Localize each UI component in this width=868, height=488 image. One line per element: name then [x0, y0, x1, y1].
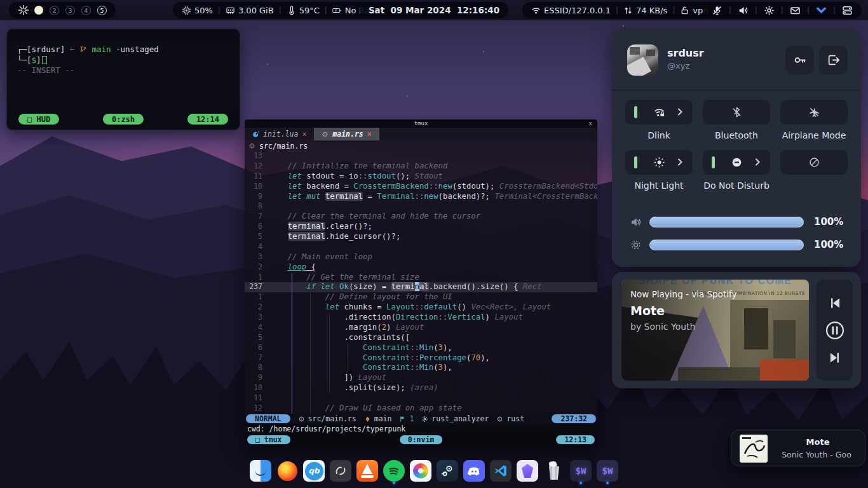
brightness-icon: [630, 239, 642, 251]
brightness-slider[interactable]: [649, 240, 804, 250]
code-line: 6 terminal.clear()?;: [245, 222, 597, 232]
bluetooth-off-icon: [731, 106, 743, 118]
terminal-line: -- INSERT --: [17, 65, 233, 76]
dock-icon-spotify[interactable]: [383, 460, 405, 482]
chevron-right-icon[interactable]: [675, 107, 685, 117]
dock-icon-discord[interactable]: [463, 460, 485, 482]
dock-icon-qbittorrent[interactable]: qb: [303, 460, 325, 482]
lua-icon: [252, 131, 259, 138]
dock-icon-file-manager[interactable]: [250, 460, 271, 482]
code-line: 237 if let Ok(size) = terminal.backend()…: [245, 282, 597, 292]
code-line: 10 .split(size); (area): [245, 383, 597, 393]
lock-keys-button[interactable]: [785, 46, 814, 74]
top-bar: 2345 50% | 3.00 GiB | 59°C | No Bat Sat …: [0, 0, 868, 20]
workspace-1[interactable]: [34, 6, 43, 15]
toggle-night-light[interactable]: [625, 150, 693, 175]
terminal-window[interactable]: ┌─[srdusr] ~ main -unstaged└─[$]-- INSER…: [6, 29, 240, 130]
indent-guide: [292, 273, 292, 414]
line-number: 6: [245, 222, 269, 232]
indent-guide: [310, 292, 311, 414]
cursor-position: 237:32: [552, 414, 596, 423]
control-center-icon[interactable]: [842, 5, 853, 16]
tab-close-icon[interactable]: ×: [367, 130, 372, 139]
rust-gear-icon: [322, 131, 329, 138]
dock-icon-vscode[interactable]: [490, 460, 512, 482]
album-art: SHAPE OF PUNK TO COME A CHIMERICAL BOMBI…: [621, 280, 809, 381]
dock-icon-wezterm[interactable]: $W: [570, 460, 592, 482]
editor-window[interactable]: tmux x init.lua×main.rs× src/main.rs 131…: [245, 119, 597, 445]
code-line: 9 let mut terminal = Terminal::new(backe…: [245, 192, 597, 202]
workspace-5[interactable]: 5: [97, 6, 107, 15]
dock-icon-vlc[interactable]: [356, 460, 378, 482]
chevron-down-icon[interactable]: [816, 5, 827, 16]
rust-file-icon: [248, 142, 255, 149]
notification-subtitle: Sonic Youth - Goo: [771, 450, 862, 459]
next-track-button[interactable]: [827, 349, 843, 366]
workspace-list: 2345: [34, 6, 107, 15]
line-number: 12: [245, 403, 269, 414]
toggle-blocked[interactable]: [780, 150, 848, 175]
toggle-dlink[interactable]: [625, 100, 693, 125]
active-indicator: [634, 106, 637, 118]
line-number: 10: [245, 182, 269, 192]
logout-button[interactable]: [819, 46, 848, 74]
winbar-path: src/main.rs: [259, 142, 308, 151]
user-name: srdusr: [667, 47, 704, 59]
terminal-cursor: [42, 56, 47, 64]
dock-icon-obs[interactable]: [330, 460, 351, 482]
mail-icon[interactable]: [790, 5, 801, 16]
code-area[interactable]: 1312 // Initialize the terminal backend1…: [245, 151, 597, 414]
code-line: 7 Constraint::Percentage(70),: [245, 353, 597, 363]
toggle-label: Night Light: [635, 180, 684, 191]
user-handle: @xyz: [667, 61, 689, 71]
toggle-do-not-disturb[interactable]: [703, 150, 770, 175]
code-line: 11: [245, 393, 597, 403]
dock-icon-wezterm-2[interactable]: $W: [597, 460, 618, 482]
tmux-window-pill[interactable]: 0:zsh: [103, 114, 144, 125]
thermometer-icon: [287, 6, 296, 15]
tmux-session-pill[interactable]: □ tmux: [247, 435, 290, 444]
workspace-4[interactable]: 4: [81, 6, 91, 15]
toggle-label: Bluetooth: [715, 130, 758, 141]
terminal-output: ┌─[srdusr] ~ main -unstaged└─[$]-- INSER…: [17, 44, 233, 76]
tab-init.lua[interactable]: init.lua×: [245, 128, 314, 140]
code-line: 11 let stdout = io::stdout(); Stdout: [245, 172, 597, 182]
tray-island: | | | | |: [703, 2, 862, 18]
dock-icon-photos[interactable]: [410, 460, 431, 482]
speaker-icon[interactable]: [738, 5, 749, 16]
line-number: 4: [245, 323, 269, 333]
tab-main.rs[interactable]: main.rs×: [314, 128, 379, 140]
workspace-3[interactable]: 3: [65, 6, 75, 15]
media-notification[interactable]: Mote Sonic Youth - Goo: [731, 430, 865, 466]
dock-icon-firefox[interactable]: [276, 460, 298, 482]
microphone-muted-icon[interactable]: [712, 5, 722, 16]
chevron-right-icon[interactable]: [752, 157, 763, 167]
pause-button[interactable]: [825, 320, 845, 341]
line-number: 11: [245, 172, 269, 182]
settings-gear-icon[interactable]: [764, 5, 775, 16]
launcher-logo-icon[interactable]: [18, 4, 29, 16]
tmux-clock-pill: 12:13: [556, 435, 595, 444]
tab-close-icon[interactable]: ×: [302, 130, 306, 139]
dock-icon-steam[interactable]: [437, 460, 458, 482]
editor-titlebar[interactable]: tmux x: [245, 119, 597, 128]
chevron-right-icon[interactable]: [675, 157, 685, 167]
line-number: 7: [245, 353, 269, 363]
avatar[interactable]: [627, 44, 658, 76]
line-number: 237: [245, 282, 269, 292]
toggle-bluetooth[interactable]: [703, 100, 770, 125]
dock-icon-trash[interactable]: [543, 460, 565, 482]
toggle-airplane-mode[interactable]: [780, 100, 848, 125]
volume-slider[interactable]: [649, 217, 804, 227]
dock-icon-obsidian[interactable]: [517, 460, 538, 482]
dock: qb$W$W: [250, 460, 618, 484]
indent-guide: [348, 343, 348, 374]
workspace-2[interactable]: 2: [50, 6, 59, 15]
close-button[interactable]: x: [589, 120, 592, 126]
line-number: 5: [245, 333, 269, 343]
rust-lang-icon: [496, 416, 503, 423]
tmux-hud-pill[interactable]: □ HUD: [18, 114, 59, 125]
tmux-window-pill[interactable]: 0:nvim: [400, 435, 443, 444]
previous-track-button[interactable]: [827, 295, 843, 311]
memory-stat: 3.00 GiB: [226, 6, 274, 15]
